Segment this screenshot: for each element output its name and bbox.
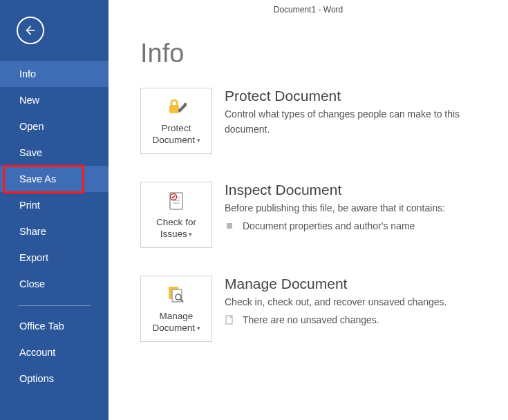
svg-point-1 — [184, 103, 187, 106]
bullet-row: There are no unsaved changes. — [225, 314, 494, 325]
section-heading: Manage Document — [225, 276, 494, 292]
section-heading: Protect Document — [225, 88, 494, 104]
bullet-row: Document properties and author's name — [225, 220, 494, 231]
section-manage-document: Manage Document Manage Document Check in… — [140, 276, 494, 342]
documents-search-icon — [164, 283, 189, 308]
sidebar-item-office-tab[interactable]: Office Tab — [0, 313, 109, 339]
sidebar-item-label: Open — [19, 121, 44, 132]
sidebar-item-label: Print — [19, 200, 40, 211]
sidebar-item-save-as[interactable]: Save As — [0, 166, 109, 192]
tile-protect-document[interactable]: Protect Document — [140, 88, 212, 154]
sidebar-item-label: Export — [19, 252, 48, 263]
sidebar-item-label: Close — [19, 278, 45, 289]
section-inspect-document: Check for Issues Inspect Document Before… — [140, 182, 494, 248]
sidebar-item-label: Account — [19, 347, 55, 358]
lock-key-icon — [164, 95, 189, 120]
sidebar-item-label: Office Tab — [19, 321, 64, 332]
tile-label: Protect Document — [144, 123, 209, 146]
sidebar-item-save[interactable]: Save — [0, 140, 109, 166]
tile-check-for-issues[interactable]: Check for Issues — [140, 182, 212, 248]
section-desc: Check in, check out, and recover unsaved… — [225, 295, 494, 310]
sidebar-item-label: Share — [19, 226, 46, 237]
section-desc: Before publishing this file, be aware th… — [225, 201, 494, 216]
bullet-text: There are no unsaved changes. — [243, 314, 379, 325]
svg-rect-7 — [227, 223, 232, 229]
square-bullet-icon — [225, 221, 234, 231]
sidebar-item-label: New — [19, 95, 39, 106]
back-button[interactable] — [17, 17, 44, 44]
sidebar-item-options[interactable]: Options — [0, 365, 109, 392]
tile-label: Check for Issues — [144, 217, 209, 240]
sidebar-item-label: Info — [19, 68, 36, 79]
arrow-left-icon — [23, 23, 37, 37]
section-text: Protect Document Control what types of c… — [225, 88, 494, 137]
sidebar-item-label: Save As — [19, 173, 56, 184]
section-text: Manage Document Check in, check out, and… — [225, 276, 494, 325]
sidebar-item-share[interactable]: Share — [0, 218, 109, 245]
sidebar-item-print[interactable]: Print — [0, 192, 109, 218]
section-heading: Inspect Document — [225, 182, 494, 198]
tile-label: Manage Document — [144, 311, 209, 334]
sidebar-item-account[interactable]: Account — [0, 339, 109, 365]
svg-rect-0 — [169, 105, 179, 113]
content-pane: Info Protect Document Protect Document C… — [109, 19, 508, 420]
backstage-sidebar: Info New Open Save Save As Print Share E… — [0, 0, 109, 420]
sidebar-item-close[interactable]: Close — [0, 271, 109, 297]
document-check-icon — [164, 189, 189, 214]
sidebar-item-saveas-wrapper: Save As — [0, 166, 109, 192]
window-titlebar: Document1 - Word — [109, 0, 508, 19]
section-protect-document: Protect Document Protect Document Contro… — [140, 88, 494, 154]
main-layout: Info New Open Save Save As Print Share E… — [0, 0, 508, 420]
section-text: Inspect Document Before publishing this … — [225, 182, 494, 231]
sidebar-item-label: Save — [19, 147, 42, 158]
tile-manage-document[interactable]: Manage Document — [140, 276, 212, 342]
sidebar-item-export[interactable]: Export — [0, 245, 109, 271]
sidebar-item-new[interactable]: New — [0, 87, 109, 113]
sidebar-item-label: Options — [19, 373, 54, 384]
page-title: Info — [140, 39, 494, 68]
sidebar-item-info[interactable]: Info — [0, 61, 109, 87]
sidebar-item-open[interactable]: Open — [0, 113, 109, 140]
page-icon — [225, 315, 234, 325]
sidebar-divider — [18, 305, 91, 306]
bullet-text: Document properties and author's name — [243, 220, 415, 231]
window-title: Document1 - Word — [274, 5, 343, 15]
section-desc: Control what types of changes people can… — [225, 107, 494, 137]
